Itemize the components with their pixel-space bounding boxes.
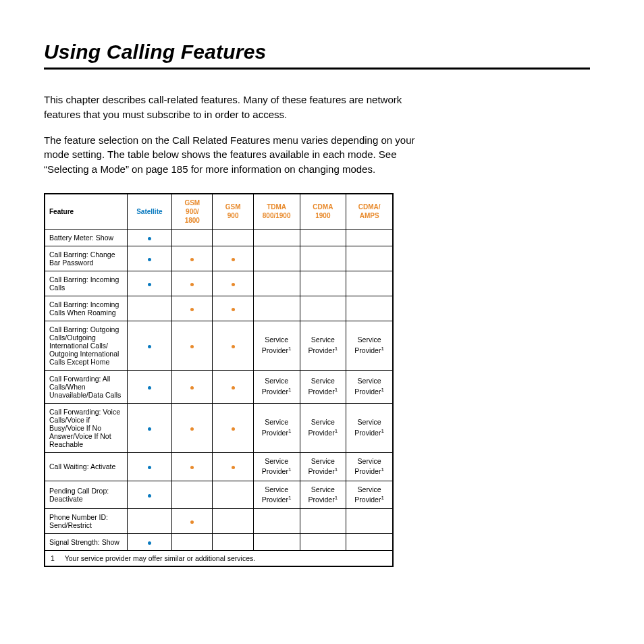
availability-cell [253, 296, 300, 321]
table-row: Call Barring: Change Bar Password [45, 246, 393, 271]
dot-icon [148, 283, 151, 286]
availability-cell [346, 246, 393, 271]
availability-cell [346, 229, 393, 246]
label: 900 [227, 212, 239, 219]
label: CDMA/ [358, 203, 381, 211]
availability-cell [346, 271, 393, 296]
availability-cell [346, 534, 393, 551]
availability-cell [172, 370, 213, 403]
table-row: Call Barring: Incoming Calls When Roamin… [45, 296, 393, 321]
availability-cell [300, 246, 346, 271]
availability-cell [127, 481, 172, 509]
availability-cell [172, 452, 213, 481]
footnote-text: Your service provider may offer similar … [65, 554, 255, 562]
dot-icon [148, 386, 151, 390]
table-footnote: 1 Your service provider may offer simila… [45, 551, 393, 567]
availability-cell: ServiceProvider1 [346, 403, 393, 452]
intro-paragraph-1: This chapter describes call-related feat… [44, 92, 422, 122]
availability-cell [127, 246, 172, 271]
availability-cell [300, 271, 346, 296]
dot-icon [148, 345, 151, 348]
label: TDMA [267, 203, 286, 211]
dot-icon [190, 283, 194, 286]
service-provider-label: ServiceProvider1 [262, 418, 292, 436]
availability-cell: ServiceProvider1 [346, 370, 393, 403]
availability-cell [172, 321, 213, 370]
dot-icon [232, 345, 235, 348]
availability-cell [127, 452, 172, 481]
label: 900/ [186, 208, 198, 215]
feature-cell: Call Barring: Outgoing Calls/Outgoing In… [45, 321, 127, 370]
availability-cell: ServiceProvider1 [253, 481, 300, 509]
service-provider-label: ServiceProvider1 [354, 418, 384, 436]
service-provider-label: ServiceProvider1 [308, 377, 338, 395]
service-provider-label: ServiceProvider1 [354, 377, 384, 395]
col-cdma-amps: CDMA/ AMPS [346, 194, 393, 230]
availability-cell [213, 246, 253, 271]
service-provider-label: ServiceProvider1 [262, 485, 292, 504]
table-row: Call Forwarding: All Calls/When Unavaila… [45, 370, 393, 403]
dot-icon [190, 466, 194, 469]
col-tdma: TDMA 800/1900 [253, 194, 300, 230]
feature-cell: Battery Meter: Show [45, 229, 127, 246]
availability-cell [253, 534, 300, 551]
dot-icon [148, 541, 151, 545]
availability-cell [127, 321, 172, 370]
col-cdma: CDMA 1900 [300, 194, 346, 230]
label: GSM [225, 203, 241, 211]
availability-cell [172, 403, 213, 452]
availability-cell [300, 534, 346, 551]
feature-cell: Call Barring: Incoming Calls [45, 271, 127, 296]
availability-cell: ServiceProvider1 [346, 321, 393, 370]
availability-cell [213, 229, 253, 246]
dot-icon [190, 520, 194, 524]
feature-cell: Pending Call Drop: Deactivate [45, 481, 127, 509]
dot-icon [232, 466, 235, 469]
table-row: Call Waiting: ActivateServiceProvider1Se… [45, 452, 393, 481]
availability-cell [213, 321, 253, 370]
dot-icon [148, 237, 151, 240]
dot-icon [190, 345, 194, 348]
feature-table: Feature Satellite GSM 900/ 1800 GSM 900 … [44, 193, 394, 568]
availability-cell [172, 246, 213, 271]
availability-cell [213, 452, 253, 481]
service-provider-label: ServiceProvider1 [262, 377, 292, 395]
availability-cell [213, 481, 253, 509]
dot-icon [148, 494, 151, 498]
availability-cell: ServiceProvider1 [253, 370, 300, 403]
service-provider-label: ServiceProvider1 [308, 418, 338, 436]
service-provider-label: ServiceProvider1 [262, 457, 292, 475]
table-row: Call Forwarding: Voice Calls/Voice if Bu… [45, 403, 393, 452]
table-footnote-row: 1 Your service provider may offer simila… [45, 551, 393, 567]
footnote-number: 1 [51, 554, 63, 562]
feature-cell: Phone Number ID: Send/Restrict [45, 509, 127, 534]
availability-cell [172, 509, 213, 534]
availability-cell [253, 509, 300, 534]
availability-cell [127, 296, 172, 321]
label: 1900 [315, 212, 330, 219]
table-row: Call Barring: Incoming Calls [45, 271, 393, 296]
availability-cell [213, 296, 253, 321]
dot-icon [190, 386, 194, 390]
table-header-row: Feature Satellite GSM 900/ 1800 GSM 900 … [45, 194, 393, 230]
availability-cell: ServiceProvider1 [300, 403, 346, 452]
feature-cell: Call Waiting: Activate [45, 452, 127, 481]
dot-icon [190, 258, 194, 261]
availability-cell [213, 534, 253, 551]
label: 800/1900 [263, 212, 291, 219]
feature-cell: Call Forwarding: All Calls/When Unavaila… [45, 370, 127, 403]
availability-cell [253, 229, 300, 246]
dot-icon [232, 427, 235, 431]
feature-cell: Signal Strength: Show [45, 534, 127, 551]
feature-table-container: Feature Satellite GSM 900/ 1800 GSM 900 … [44, 193, 590, 568]
service-provider-label: ServiceProvider1 [262, 336, 292, 354]
availability-cell: ServiceProvider1 [346, 452, 393, 481]
table-row: Pending Call Drop: DeactivateServiceProv… [45, 481, 393, 509]
availability-cell [253, 246, 300, 271]
service-provider-label: ServiceProvider1 [354, 485, 384, 504]
availability-cell [172, 481, 213, 509]
availability-cell: ServiceProvider1 [300, 370, 346, 403]
col-gsm-900-1800: GSM 900/ 1800 [172, 194, 213, 230]
document-page: Using Calling Features This chapter desc… [0, 0, 644, 644]
col-feature: Feature [45, 194, 127, 230]
